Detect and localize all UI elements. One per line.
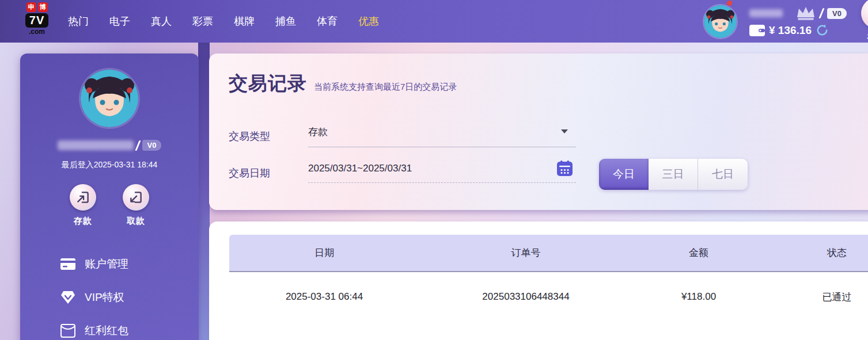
floating-deposit-widget[interactable]: 存款 [856, 0, 868, 43]
page-title: 交易记录 [229, 71, 307, 97]
calendar-icon[interactable] [557, 161, 573, 176]
avatar-illustration [704, 5, 737, 38]
transaction-type-value: 存款 [308, 127, 328, 137]
sidebar-item-label: VIP特权 [85, 290, 124, 305]
vip-crown-icon [795, 6, 816, 21]
floating-deposit-icon[interactable] [861, 0, 868, 29]
transaction-filter-card: 交易记录 当前系统支持查询最近7日的交易记录 交易类型 存款 交易日期 2025… [209, 54, 868, 210]
avatar-illustration [81, 70, 138, 127]
wallet-icon [749, 25, 765, 36]
date-range-button-group: 今日 三日 七日 [599, 159, 748, 190]
transaction-table-card: 日期 订单号 金额 状态 2025-03-31 06:44 2025033106… [209, 221, 868, 340]
table-header-row: 日期 订单号 金额 状态 [229, 235, 868, 272]
sidebar-item-label: 红利红包 [85, 323, 128, 338]
table-row[interactable]: 2025-03-31 06:44 2025033106448344 ¥118.0… [229, 272, 868, 322]
card-icon [60, 257, 75, 272]
nav-item-live[interactable]: 真人 [151, 14, 172, 28]
sidebar-item-label: 账户管理 [85, 257, 128, 272]
withdraw-label: 取款 [127, 216, 145, 227]
last-login-text: 最后登入2025-03-31 18:44 [62, 160, 158, 170]
cell-date: 2025-03-31 06:44 [229, 291, 419, 303]
logo-suffix-text: .com [29, 28, 45, 36]
sidebar: V0 最后登入2025-03-31 18:44 存款 取款 [20, 54, 199, 340]
logo-main-text: 7V [25, 13, 48, 28]
nav-item-chess[interactable]: 棋牌 [234, 14, 255, 28]
vip-slash-divider [135, 140, 141, 151]
cell-order-number: 2025033106448344 [419, 291, 632, 303]
nav-item-hot[interactable]: 热门 [68, 14, 89, 28]
nav-item-fishing[interactable]: 捕鱼 [275, 14, 296, 28]
range-button-seven-days[interactable]: 七日 [698, 159, 748, 190]
transaction-table: 日期 订单号 金额 状态 2025-03-31 06:44 2025033106… [229, 235, 868, 322]
balance-amount: ¥ 136.16 [769, 24, 812, 37]
vip-slash-divider [818, 8, 824, 18]
notification-dot [727, 1, 732, 6]
floating-deposit-label: 存款 [856, 32, 868, 43]
top-navigation-bar: 申 博 7V .com 热门 电子 真人 彩票 棋牌 捕鱼 体育 优惠 [0, 0, 868, 43]
transaction-date-field[interactable]: 2025/03/31~2025/03/31 [308, 163, 576, 183]
range-button-today[interactable]: 今日 [599, 159, 649, 190]
transaction-type-label: 交易类型 [229, 129, 308, 143]
deposit-icon [75, 190, 90, 205]
gem-icon [60, 290, 75, 305]
withdraw-quick-action[interactable]: 取款 [123, 184, 149, 227]
background-band [198, 43, 210, 340]
withdraw-icon [128, 190, 143, 205]
deposit-label: 存款 [74, 216, 92, 227]
sidebar-avatar[interactable] [81, 70, 138, 127]
transaction-type-select[interactable]: 存款 [308, 125, 576, 147]
sidebar-item-vip[interactable]: VIP特权 [20, 281, 199, 314]
page-subtitle: 当前系统支持查询最近7日的交易记录 [314, 82, 457, 93]
range-button-three-days[interactable]: 三日 [649, 159, 698, 190]
user-block: V0 ¥ 136.16 [704, 0, 847, 43]
table-header-status: 状态 [765, 246, 868, 259]
cell-status: 已通过 [765, 291, 868, 304]
vip-level-badge: V0 [142, 140, 162, 151]
table-header-amount: 金额 [632, 246, 765, 259]
nav-item-sports[interactable]: 体育 [317, 14, 338, 28]
sidebar-item-account[interactable]: 账户管理 [20, 247, 199, 281]
cell-amount: ¥118.00 [632, 291, 765, 303]
user-avatar[interactable] [704, 5, 737, 38]
main-nav: 热门 电子 真人 彩票 棋牌 捕鱼 体育 优惠 [68, 0, 379, 43]
blurred-username [749, 9, 783, 17]
chevron-down-icon [561, 129, 568, 133]
red-packet-icon [60, 323, 75, 338]
site-logo[interactable]: 申 博 7V .com [20, 2, 54, 36]
vip-level-badge: V0 [827, 8, 847, 19]
nav-item-promotions[interactable]: 优惠 [358, 14, 379, 28]
blurred-username [58, 140, 134, 150]
nav-item-slots[interactable]: 电子 [109, 14, 130, 28]
table-header-date: 日期 [229, 246, 419, 259]
deposit-quick-action[interactable]: 存款 [70, 184, 96, 227]
logo-badge-2: 博 [38, 2, 48, 12]
transaction-date-label: 交易日期 [229, 166, 308, 180]
transaction-date-value: 2025/03/31~2025/03/31 [308, 163, 412, 174]
logo-badge-1: 申 [26, 2, 36, 12]
table-header-order: 订单号 [419, 246, 632, 259]
nav-item-lottery[interactable]: 彩票 [192, 14, 213, 28]
refresh-balance-icon[interactable] [816, 24, 829, 37]
sidebar-item-redpacket[interactable]: 红利红包 [20, 314, 199, 340]
